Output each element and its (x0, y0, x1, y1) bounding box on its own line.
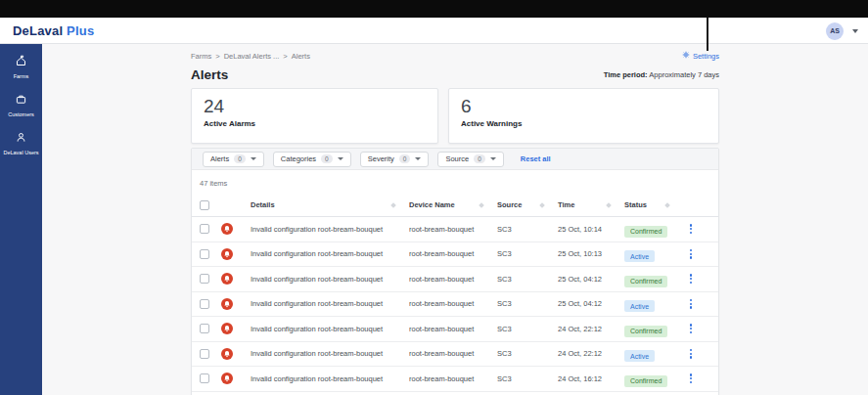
time-cell: 25 Oct, 04:12 (558, 275, 624, 284)
sidebar-item-farms[interactable]: Farms (0, 54, 42, 79)
kebab-menu-icon[interactable] (685, 349, 697, 359)
kebab-menu-icon[interactable] (685, 274, 697, 284)
table-row: Invalid configuration root-bream-bouquet… (192, 367, 718, 392)
kebab-menu-icon[interactable] (685, 324, 697, 333)
active-alarms-count: 24 (204, 96, 426, 117)
row-checkbox[interactable] (200, 349, 209, 359)
status-badge: Confirmed (624, 276, 667, 287)
breadcrumb-separator: > (283, 52, 287, 61)
details-cell: Invalid configuration root-bream-bouquet (251, 349, 409, 358)
row-checkbox[interactable] (200, 274, 209, 284)
device-name-cell: root-bream-bouquet (409, 349, 497, 358)
user-icon (15, 130, 27, 148)
column-header-status[interactable]: Status (624, 200, 683, 209)
count-badge: 0 (321, 154, 333, 163)
page-title: Alerts (191, 67, 228, 82)
settings-link[interactable]: Settings (682, 51, 719, 61)
kebab-menu-icon[interactable] (685, 373, 697, 383)
source-cell: SC3 (497, 374, 558, 383)
annotation-pointer-line (707, 18, 708, 51)
chevron-down-icon (251, 157, 256, 160)
sort-icon[interactable] (606, 202, 612, 208)
alarm-bell-icon (221, 248, 233, 260)
device-name-cell: root-bream-bouquet (409, 225, 497, 234)
sidebar: Farms Customers DeLaval Users (0, 44, 42, 395)
chevron-down-icon (490, 157, 496, 160)
sidebar-item-label: DeLaval Users (3, 150, 38, 155)
alerts-panel: Alerts 0 Categories 0 Severity 0 Source … (191, 148, 719, 395)
sidebar-item-label: Farms (14, 73, 29, 79)
time-period-label: Time period: (604, 70, 648, 79)
source-filter-dropdown[interactable]: Source 0 (437, 152, 503, 167)
row-checkbox[interactable] (200, 249, 209, 259)
sort-icon[interactable] (479, 202, 484, 208)
count-badge: 0 (399, 154, 411, 163)
sort-icon[interactable] (390, 202, 396, 208)
severity-filter-dropdown[interactable]: Severity 0 (360, 152, 430, 167)
table-body: Invalid configuration root-bream-bouquet… (192, 217, 718, 392)
device-name-cell: root-bream-bouquet (409, 249, 497, 258)
details-cell: Invalid configuration root-bream-bouquet (251, 374, 409, 383)
column-header-time[interactable]: Time (558, 200, 624, 209)
time-cell: 25 Oct, 10:14 (558, 225, 624, 234)
annotation-top-bar (0, 0, 868, 18)
alarm-bell-icon (221, 223, 233, 235)
breadcrumb-delaval-alerts[interactable]: DeLaval Alerts ... (224, 52, 280, 61)
categories-filter-dropdown[interactable]: Categories 0 (273, 152, 351, 167)
details-cell: Invalid configuration root-bream-bouquet (251, 325, 409, 333)
alarm-bell-icon (221, 273, 233, 285)
table-row: Invalid configuration root-bream-bouquet… (192, 242, 718, 268)
dropdown-label: Source (445, 154, 469, 163)
gear-icon (682, 51, 690, 61)
status-badge: Active (624, 250, 655, 262)
app-logo[interactable]: DeLaval Plus (13, 23, 94, 38)
row-checkbox[interactable] (200, 324, 209, 333)
active-warnings-count: 6 (461, 96, 707, 117)
details-cell: Invalid configuration root-bream-bouquet (251, 225, 409, 234)
active-alarms-label: Active Alarms (204, 119, 426, 128)
alarm-bell-icon (221, 298, 233, 310)
source-cell: SC3 (497, 325, 558, 333)
alarm-bell-icon (221, 373, 233, 384)
kebab-menu-icon[interactable] (685, 224, 697, 234)
farm-icon (15, 54, 27, 71)
active-warnings-card: 6 Active Warnings (448, 88, 719, 144)
column-header-details[interactable]: Details (251, 200, 409, 209)
table-row: Invalid configuration root-bream-bouquet… (192, 292, 718, 318)
alerts-filter-dropdown[interactable]: Alerts 0 (203, 152, 264, 167)
device-name-cell: root-bream-bouquet (409, 299, 497, 308)
status-badge: Confirmed (624, 326, 667, 337)
avatar[interactable]: AS (826, 22, 844, 40)
row-checkbox[interactable] (200, 373, 209, 383)
reset-all-link[interactable]: Reset all (521, 154, 551, 163)
chevron-down-icon (338, 157, 343, 160)
filter-bar: Alerts 0 Categories 0 Severity 0 Source … (192, 149, 718, 170)
sort-icon[interactable] (539, 202, 545, 208)
kebab-menu-icon[interactable] (685, 299, 697, 309)
sort-icon[interactable] (664, 202, 670, 208)
breadcrumb-farms[interactable]: Farms (191, 52, 211, 61)
alarm-bell-icon (221, 348, 233, 360)
count-badge: 0 (234, 154, 246, 163)
time-cell: 24 Oct, 22:12 (558, 325, 624, 333)
details-cell: Invalid configuration root-bream-bouquet (251, 299, 409, 308)
time-cell: 24 Oct, 22:12 (558, 349, 624, 358)
sidebar-item-delaval-users[interactable]: DeLaval Users (0, 130, 42, 155)
device-name-cell: root-bream-bouquet (409, 374, 497, 383)
dropdown-label: Severity (368, 154, 394, 163)
status-badge: Confirmed (624, 226, 667, 238)
column-header-source[interactable]: Source (497, 200, 558, 209)
row-checkbox[interactable] (200, 224, 209, 234)
kebab-menu-icon[interactable] (685, 249, 697, 259)
source-cell: SC3 (497, 225, 558, 234)
column-header-device-name[interactable]: Device Name (409, 200, 497, 209)
main-content: Farms > DeLaval Alerts ... > Alerts Sett… (191, 44, 719, 395)
chevron-down-icon[interactable] (852, 29, 858, 33)
time-period-value: Approximately 7 days (649, 70, 719, 79)
source-cell: SC3 (497, 299, 558, 308)
row-checkbox[interactable] (200, 299, 209, 309)
time-cell: 24 Oct, 16:12 (558, 374, 624, 383)
sidebar-item-customers[interactable]: Customers (0, 92, 42, 117)
select-all-checkbox[interactable] (200, 200, 209, 210)
time-cell: 25 Oct, 10:13 (558, 249, 624, 258)
